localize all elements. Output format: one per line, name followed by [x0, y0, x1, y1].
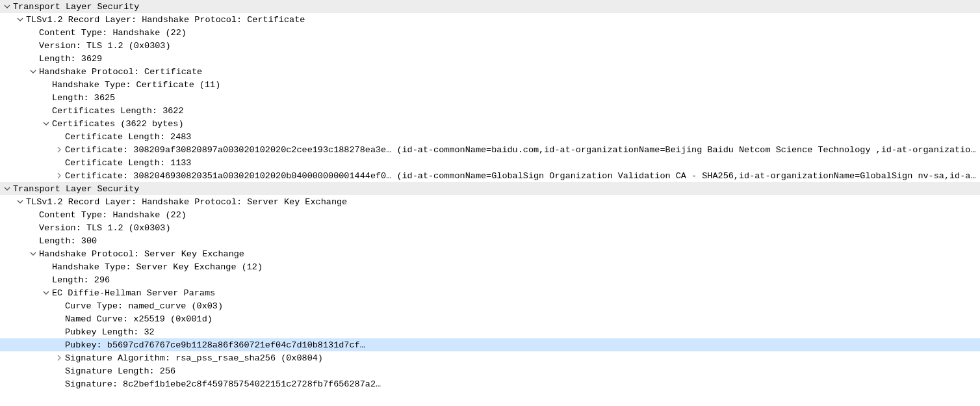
tree-row[interactable]: Signature Length: 256 — [0, 364, 980, 377]
tree-row[interactable]: Named Curve: x25519 (0x001d) — [0, 312, 980, 325]
tree-row-label: Handshake Protocol: Server Key Exchange — [39, 249, 244, 259]
tree-row-label: Length: 296 — [52, 275, 110, 285]
tree-row-label: Version: TLS 1.2 (0x0303) — [39, 41, 171, 51]
chevron-right-icon[interactable] — [55, 171, 64, 180]
tree-row[interactable]: Certificate Length: 1133 — [0, 156, 980, 169]
tree-row-label: Named Curve: x25519 (0x001d) — [65, 314, 213, 324]
chevron-down-icon[interactable] — [29, 249, 38, 258]
tree-row[interactable]: Handshake Type: Certificate (11) — [0, 78, 980, 91]
chevron-down-icon[interactable] — [29, 67, 38, 76]
tree-row-label: Curve Type: named_curve (0x03) — [65, 301, 223, 311]
chevron-right-icon[interactable] — [55, 353, 64, 362]
packet-details-tree[interactable]: Transport Layer SecurityTLSv1.2 Record L… — [0, 0, 980, 390]
tree-row[interactable]: Version: TLS 1.2 (0x0303) — [0, 221, 980, 234]
tree-row-label: Transport Layer Security — [13, 184, 139, 194]
tree-row[interactable]: EC Diffie-Hellman Server Params — [0, 286, 980, 299]
tree-row-label: Handshake Protocol: Certificate — [39, 67, 202, 77]
tree-row[interactable]: Certificate: 308209af30820897a0030201020… — [0, 143, 980, 156]
tree-row-label: Certificate Length: 1133 — [65, 158, 191, 168]
tree-row[interactable]: Pubkey Length: 32 — [0, 325, 980, 338]
tree-row-label: Certificates Length: 3622 — [52, 106, 184, 116]
tree-row[interactable]: Content Type: Handshake (22) — [0, 208, 980, 221]
tree-row[interactable]: Curve Type: named_curve (0x03) — [0, 299, 980, 312]
tree-row-label: Signature: 8c2bef1b1ebe2c8f4597857540221… — [65, 379, 381, 389]
tree-row[interactable]: Length: 3629 — [0, 52, 980, 65]
tree-row[interactable]: Content Type: Handshake (22) — [0, 26, 980, 39]
tree-row-label: Signature Length: 256 — [65, 366, 175, 376]
tree-row[interactable]: Certificate: 3082046930820351a0030201020… — [0, 169, 980, 182]
tree-row-label: Pubkey Length: 32 — [65, 327, 155, 337]
tree-row[interactable]: Handshake Protocol: Certificate — [0, 65, 980, 78]
tree-row-label: Content Type: Handshake (22) — [39, 210, 187, 220]
tree-row[interactable]: TLSv1.2 Record Layer: Handshake Protocol… — [0, 195, 980, 208]
tree-row[interactable]: Transport Layer Security — [0, 0, 980, 13]
tree-row-label: Signature Algorithm: rsa_pss_rsae_sha256… — [65, 353, 323, 363]
tree-row-label: TLSv1.2 Record Layer: Handshake Protocol… — [26, 197, 347, 207]
tree-row-label: Version: TLS 1.2 (0x0303) — [39, 223, 171, 233]
tree-row-label: Certificate Length: 2483 — [65, 132, 191, 142]
chevron-down-icon[interactable] — [3, 184, 12, 193]
chevron-down-icon[interactable] — [3, 2, 12, 11]
tree-row[interactable]: Pubkey: b5697cd76767ce9b1128a86f360721ef… — [0, 338, 980, 351]
tree-row[interactable]: Signature Algorithm: rsa_pss_rsae_sha256… — [0, 351, 980, 364]
chevron-down-icon[interactable] — [42, 288, 51, 297]
tree-row-label: EC Diffie-Hellman Server Params — [52, 288, 215, 298]
tree-row[interactable]: TLSv1.2 Record Layer: Handshake Protocol… — [0, 13, 980, 26]
tree-row-label: Transport Layer Security — [13, 2, 139, 12]
chevron-down-icon[interactable] — [16, 197, 25, 206]
tree-row[interactable]: Version: TLS 1.2 (0x0303) — [0, 39, 980, 52]
tree-row[interactable]: Length: 296 — [0, 273, 980, 286]
chevron-right-icon[interactable] — [55, 145, 64, 154]
chevron-down-icon[interactable] — [16, 15, 25, 24]
tree-row-label: Certificate: 308209af30820897a0030201020… — [65, 145, 977, 155]
tree-row[interactable]: Length: 3625 — [0, 91, 980, 104]
tree-row[interactable]: Signature: 8c2bef1b1ebe2c8f4597857540221… — [0, 377, 980, 390]
tree-row-label: TLSv1.2 Record Layer: Handshake Protocol… — [26, 15, 305, 25]
tree-row[interactable]: Certificate Length: 2483 — [0, 130, 980, 143]
tree-row-label: Content Type: Handshake (22) — [39, 28, 187, 38]
chevron-down-icon[interactable] — [42, 119, 51, 128]
tree-row[interactable]: Length: 300 — [0, 234, 980, 247]
tree-row-label: Certificates (3622 bytes) — [52, 119, 184, 129]
tree-row[interactable]: Handshake Protocol: Server Key Exchange — [0, 247, 980, 260]
tree-row-label: Length: 3625 — [52, 93, 115, 103]
tree-row[interactable]: Transport Layer Security — [0, 182, 980, 195]
tree-row[interactable]: Certificates (3622 bytes) — [0, 117, 980, 130]
tree-row[interactable]: Handshake Type: Server Key Exchange (12) — [0, 260, 980, 273]
tree-row[interactable]: Certificates Length: 3622 — [0, 104, 980, 117]
tree-row-label: Handshake Type: Certificate (11) — [52, 80, 220, 90]
tree-row-label: Certificate: 3082046930820351a0030201020… — [65, 171, 977, 181]
tree-row-label: Length: 300 — [39, 236, 97, 246]
tree-row-label: Length: 3629 — [39, 54, 102, 64]
tree-row-label: Pubkey: b5697cd76767ce9b1128a86f360721ef… — [65, 340, 365, 350]
tree-row-label: Handshake Type: Server Key Exchange (12) — [52, 262, 263, 272]
